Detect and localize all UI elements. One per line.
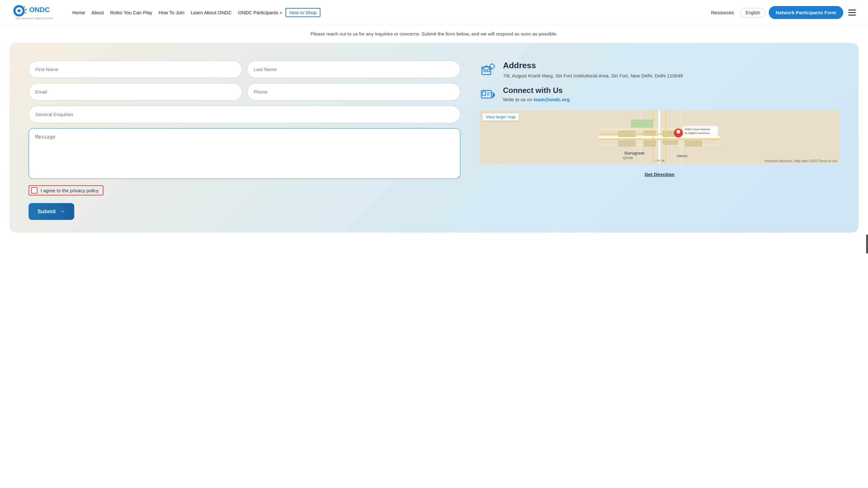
banner-text: Please reach out to us for any inquiries… (0, 25, 868, 39)
get-direction-link[interactable]: Get Direction (479, 172, 839, 177)
map-attribution: Keyboard shortcuts | Map data ©2023 Term… (765, 159, 838, 163)
svg-text:ONDC: ONDC (29, 6, 50, 13)
hamburger-line-2 (848, 12, 856, 13)
network-participants-form-button[interactable]: Network Participants Form (769, 6, 843, 19)
svg-line-21 (493, 96, 493, 99)
address-value: 7/6, August Kranti Marg, Siri Fort Insti… (503, 72, 683, 80)
nav-roles[interactable]: Roles You Can Play (107, 8, 155, 17)
svg-point-5 (25, 12, 26, 13)
svg-text:ONDC (Open Network: ONDC (Open Network (685, 128, 711, 131)
email-phone-row (29, 83, 460, 100)
connect-block: Connect with Us Write to us on team@ondc… (479, 86, 839, 104)
enquiry-row (29, 106, 460, 123)
svg-rect-9 (484, 69, 486, 72)
privacy-checkbox-wrapper: I agree to the privacy policy. (29, 185, 103, 195)
svg-text:for Digital Commerce): for Digital Commerce) (685, 132, 710, 134)
nav-how-to-shop[interactable]: How to Shop (285, 8, 320, 17)
address-block: Address 7/6, August Kranti Marg, Siri Fo… (479, 61, 839, 80)
svg-text:g: g (660, 159, 662, 162)
navbar: ONDC Open Network for Digital Commerce H… (0, 0, 868, 25)
logo[interactable]: ONDC Open Network for Digital Commerce (10, 4, 61, 22)
main-section: I agree to the privacy policy. Submit → (9, 43, 859, 233)
svg-rect-17 (483, 92, 486, 95)
submit-button[interactable]: Submit → (29, 203, 74, 220)
svg-rect-34 (618, 140, 636, 147)
svg-point-11 (490, 64, 494, 68)
last-name-input[interactable] (247, 61, 461, 78)
address-title: Address (503, 61, 683, 70)
phone-input[interactable] (247, 83, 461, 100)
svg-text:o: o (658, 159, 660, 162)
contact-info: Address 7/6, August Kranti Marg, Siri Fo… (479, 49, 839, 220)
svg-point-20 (492, 94, 494, 96)
svg-text:Open Network for Digital Comme: Open Network for Digital Commerce (15, 17, 53, 20)
svg-point-3 (23, 6, 25, 8)
view-larger-map-link[interactable]: View larger map (483, 113, 519, 121)
connect-description: Write to us on team@ondc.org (503, 97, 569, 102)
nav-home[interactable]: Home (69, 8, 88, 17)
connect-title: Connect with Us (503, 86, 569, 95)
svg-rect-29 (644, 131, 656, 135)
connect-icon (479, 86, 497, 104)
contact-form: I agree to the privacy policy. Submit → (29, 49, 460, 220)
svg-point-2 (18, 9, 21, 12)
svg-rect-36 (685, 140, 703, 147)
nav-right: Resources English Network Participants F… (708, 6, 858, 19)
map-container: ONDC (Open Network for Digital Commerce)… (479, 110, 839, 164)
privacy-checkbox[interactable] (31, 187, 37, 193)
email-input[interactable] (29, 83, 242, 100)
message-input[interactable] (29, 128, 460, 179)
hamburger-line-1 (848, 9, 856, 10)
nav-how-to-join[interactable]: How To Join (155, 8, 187, 17)
svg-text:Gurugram: Gurugram (625, 151, 645, 155)
svg-rect-41 (631, 120, 653, 127)
svg-text:idabad: idabad (677, 154, 687, 158)
connect-email-link[interactable]: team@ondc.org (534, 97, 570, 102)
scrollbar-indicator[interactable] (866, 235, 868, 253)
svg-text:गुरुग्राम: गुरुग्राम (623, 156, 633, 160)
address-icon (479, 61, 497, 79)
privacy-row: I agree to the privacy policy. (29, 185, 460, 195)
svg-rect-31 (644, 140, 656, 147)
nav-links: Home About Roles You Can Play How To Joi… (69, 8, 705, 17)
svg-rect-10 (487, 69, 490, 72)
enquiry-input[interactable] (29, 106, 460, 123)
map-visual: ONDC (Open Network for Digital Commerce)… (479, 110, 839, 164)
name-row (29, 61, 460, 78)
address-text: Address 7/6, August Kranti Marg, Siri Fo… (503, 61, 683, 80)
nav-resources[interactable]: Resources (708, 8, 737, 17)
connect-text: Connect with Us Write to us on team@ondc… (503, 86, 569, 102)
privacy-label: I agree to the privacy policy. (41, 188, 100, 193)
hamburger-line-3 (848, 14, 856, 16)
svg-point-4 (25, 8, 27, 10)
language-button[interactable]: English (740, 8, 766, 18)
svg-text:le: le (662, 159, 664, 162)
nav-learn[interactable]: Learn About ONDC (187, 8, 235, 17)
svg-rect-32 (663, 140, 679, 145)
submit-arrow-icon: → (60, 208, 65, 215)
first-name-input[interactable] (29, 61, 242, 78)
submit-label: Submit (37, 209, 56, 215)
hamburger-menu-button[interactable] (846, 8, 858, 18)
nav-participants[interactable]: ONDC Participants + (235, 8, 286, 17)
nav-about[interactable]: About (88, 8, 107, 17)
